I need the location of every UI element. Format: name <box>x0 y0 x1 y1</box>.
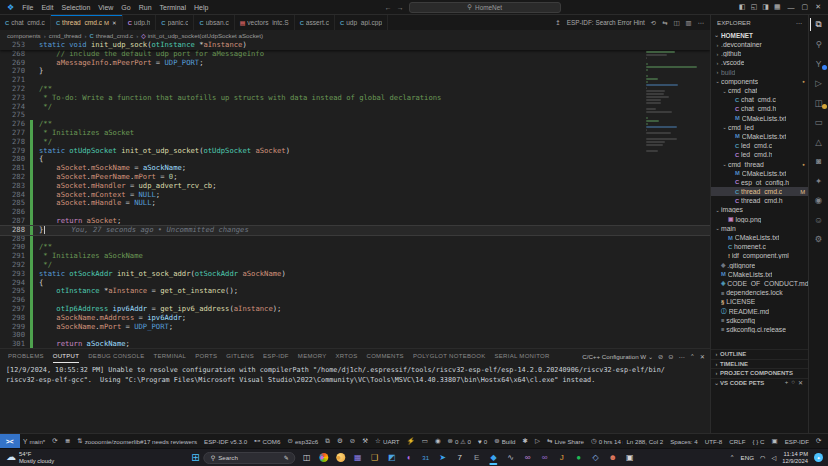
code-line[interactable]: 291 * Initializes aSockName <box>0 252 710 261</box>
run-button[interactable]: ▷ <box>531 434 543 448</box>
taskbar-3d-viewer[interactable]: ◇ <box>589 450 603 465</box>
close-button[interactable]: ✕ <box>815 3 821 11</box>
file-CMakeLists.txt[interactable]: M CMakeLists.txt <box>711 270 808 279</box>
explorer-root[interactable]: ⌄ HOMENET <box>711 30 808 40</box>
panel-tab-gitlens[interactable]: GITLENS <box>226 349 254 363</box>
clock[interactable]: 11:14 PM 12/9/2024 <box>782 451 808 464</box>
code-line[interactable]: 253static void init_udp_sock(otInstance … <box>0 41 710 50</box>
uart-select[interactable]: ☆UART <box>372 434 404 448</box>
section-vs-code-pets[interactable]: ⌄VS CODE PETS+○✕ <box>711 378 808 388</box>
code-line[interactable]: 289 <box>0 235 710 244</box>
layout-icon[interactable]: ▣ <box>768 434 781 448</box>
code-line[interactable]: 285 aSocket.mHandle = NULL; <box>0 199 710 208</box>
search-icon[interactable]: ⚲ <box>810 38 828 51</box>
weather-widget[interactable]: ☁ 54°F Mostly cloudy <box>0 451 60 464</box>
flash-button[interactable]: ✱ <box>519 434 531 448</box>
panel-tab-serial-monitor[interactable]: SERIAL MONITOR <box>494 349 549 363</box>
tab-thread_cmd.c[interactable]: Cthread_cmd.cM✕ <box>51 15 123 30</box>
tab-udp_api.cpp[interactable]: Cudp_api.cpp <box>335 15 388 30</box>
layout-icon[interactable]: ▥ <box>686 19 692 27</box>
testing-icon[interactable]: △ <box>810 135 828 148</box>
tab-ubsan.c[interactable]: Cubsan.c <box>194 15 234 30</box>
clean-icon[interactable]: ⊘ <box>346 434 358 448</box>
breadcrumb-item[interactable]: cmd_thread <box>49 32 82 39</box>
taskbar-app-7[interactable]: 7 <box>453 450 467 465</box>
search-error-hint-button[interactable]: ESP-IDF: Search Error Hint <box>567 19 645 26</box>
menu-go[interactable]: Go <box>117 4 134 11</box>
taskbar-visual-studio-2[interactable]: ∞ <box>538 450 552 465</box>
file-CMakeLists.txt[interactable]: M CMakeLists.txt <box>711 114 808 123</box>
file-logo.png[interactable]: ▣ logo.png <box>711 215 808 224</box>
file-sdkconfig[interactable]: ≡ sdkconfig <box>711 316 808 325</box>
back-icon[interactable]: ← <box>385 4 392 11</box>
menu-run[interactable]: Run <box>135 4 156 11</box>
code-line[interactable]: 269 aMessageInfo.mPeerPort = UDP_PORT; <box>0 59 710 68</box>
timeline-icon[interactable]: ⟲ <box>651 19 656 27</box>
taskbar-app-yellow[interactable]: ● <box>334 450 348 465</box>
panel-tab-xrtos[interactable]: XRTOS <box>336 349 358 363</box>
remote-explorer-icon[interactable]: ▭ <box>810 116 828 129</box>
taskbar-settings[interactable]: ▦ <box>351 450 365 465</box>
hidden-icons-chevron[interactable]: ⌃ <box>729 454 734 461</box>
notifications-bell-icon[interactable]: ✦ <box>814 453 823 462</box>
file-CMakeLists.txt[interactable]: M CMakeLists.txt <box>711 233 808 242</box>
layout-icon-1[interactable]: ◱ <box>751 3 758 11</box>
file-CODE_OF_CONDUCT.md[interactable]: ◈ CODE_OF_CONDUCT.md <box>711 279 808 288</box>
github-icon[interactable]: ◉ <box>810 194 828 207</box>
pets-count[interactable]: ♥0 <box>474 434 490 448</box>
file-README.md[interactable]: ⓘ README.md <box>711 306 808 315</box>
code-line[interactable]: 293static otSockAddr init_ot_sock_addr(o… <box>0 270 710 279</box>
explorer-icon[interactable]: ⧉ <box>810 18 828 31</box>
file-dependencies.lock[interactable]: ≡ dependencies.lock <box>711 288 808 297</box>
code-line[interactable]: 270} <box>0 67 710 76</box>
sync-icon[interactable]: ⟳ <box>49 434 61 448</box>
eol[interactable]: CRLF <box>726 434 749 448</box>
file-idf_component.yml[interactable]: ! idf_component.yml <box>711 251 808 260</box>
code-line[interactable]: 299 aSockName.mPort = UDP_PORT; <box>0 323 710 332</box>
file-CMakeLists.txt[interactable]: M CMakeLists.txt <box>711 132 808 141</box>
source-control-icon[interactable]: Y <box>810 57 828 70</box>
file-.gitignore[interactable]: ◆ .gitignore <box>711 261 808 270</box>
code-editor[interactable]: 253static void init_udp_sock(otInstance … <box>0 41 710 348</box>
flash-bolt-icon[interactable]: ⚡ <box>403 434 418 448</box>
docker-icon[interactable]: ◙ <box>810 155 828 168</box>
panel-tab-polyglot-notebook[interactable]: POLYGLOT NOTEBOOK <box>413 349 486 363</box>
split-editor-icon[interactable]: ◫ <box>674 19 680 27</box>
code-line[interactable]: 275 <box>0 111 710 120</box>
compare-icon[interactable]: ⇆ <box>662 19 667 27</box>
forward-icon[interactable]: → <box>397 4 404 11</box>
extensions-icon[interactable]: ◫ <box>810 96 828 109</box>
folder-cmd_led[interactable]: ⌄cmd_led <box>711 123 808 132</box>
taskbar-copilot[interactable]: ● <box>317 450 331 465</box>
taskbar-visual-studio[interactable]: ∞ <box>521 450 535 465</box>
breadcrumb-item[interactable]: Cthread_cmd.c <box>90 32 134 39</box>
account-icon[interactable]: ☺ <box>810 213 828 226</box>
espidf-extension[interactable]: ESP-IDF <box>781 434 812 448</box>
espressif-icon[interactable]: ✦ <box>810 174 828 187</box>
command-center-search[interactable]: ⚲ HomeNet <box>409 2 561 13</box>
code-line[interactable]: 279static otUdpSocket init_ot_udp_socket… <box>0 147 710 156</box>
file-homenet.c[interactable]: C homenet.c <box>711 242 808 251</box>
minimap[interactable] <box>646 51 702 153</box>
panel-tab-terminal[interactable]: TERMINAL <box>153 349 186 363</box>
breadcrumb-item[interactable]: components <box>7 32 41 39</box>
taskbar-task-view[interactable]: ◫ <box>300 450 314 465</box>
code-line[interactable]: 295 otInstance *aInstance = get_ot_insta… <box>0 287 710 296</box>
code-line[interactable]: 271 <box>0 76 710 85</box>
stack-icon[interactable]: ≣ <box>61 434 73 448</box>
tab-chat_cmd.c[interactable]: Cchat_cmd.c <box>0 15 51 30</box>
output-channel-select[interactable]: C/C++ Configuration W ⌄ <box>582 353 653 360</box>
folder-main[interactable]: ⌄main <box>711 224 808 233</box>
panel-action-icon-2[interactable]: ⋯ <box>678 353 684 360</box>
taskbar-notepad[interactable]: E <box>470 450 484 465</box>
more-actions-icon[interactable]: ⋯ <box>796 19 802 26</box>
debug-icon[interactable]: ◉ <box>431 434 444 448</box>
taskbar-mail[interactable]: ➤ <box>436 450 450 465</box>
taskbar-vscode[interactable]: ◆ <box>487 450 501 465</box>
taskbar-calendar[interactable]: 31 <box>419 450 433 465</box>
folder-cmd_chat[interactable]: ⌄cmd_chat <box>711 86 808 95</box>
panel-tab-comments[interactable]: COMMENTS <box>367 349 404 363</box>
remove-pet-icon[interactable]: ✕ <box>798 379 803 386</box>
problems[interactable]: ⊗0 ⚠ 0 <box>444 434 474 448</box>
remote-indicator[interactable]: >< <box>0 434 20 448</box>
